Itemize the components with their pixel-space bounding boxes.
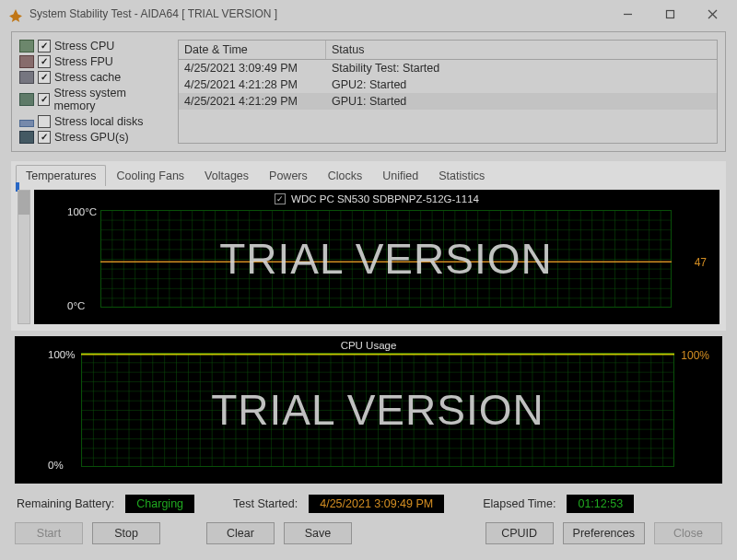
status-row: Remaining Battery: Charging Test Started… (11, 495, 726, 513)
memory-icon (19, 93, 34, 106)
save-button[interactable]: Save (284, 522, 352, 544)
cpu-usage-chart: CPU Usage 100% 0% 100% TRIAL VERSIO (15, 336, 722, 484)
cell-datetime: 4/25/2021 3:09:49 PM (179, 60, 326, 76)
tab-unified[interactable]: Unified (372, 165, 428, 186)
button-row: Start Stop Clear Save CPUID Preferences … (11, 522, 726, 550)
tab-clocks[interactable]: Clocks (318, 165, 373, 186)
y-max-label: 100°C (67, 206, 97, 217)
cell-status: GPU1: Started (326, 93, 717, 110)
col-datetime[interactable]: Date & Time (179, 41, 326, 59)
tab-powers[interactable]: Powers (259, 165, 318, 186)
stress-disks-checkbox[interactable] (38, 115, 51, 128)
table-row[interactable]: 4/25/2021 4:21:28 PM GPU2: Started (179, 76, 717, 93)
table-row (179, 122, 717, 135)
stress-memory-row[interactable]: Stress system memory (19, 87, 169, 112)
config-panel: Stress CPU Stress FPU Stress cache Stres… (11, 31, 726, 152)
cell-datetime: 4/25/2021 4:21:29 PM (179, 93, 326, 110)
minimize-button[interactable] (606, 0, 649, 28)
clear-button[interactable]: Clear (206, 522, 275, 544)
start-button: Start (15, 522, 83, 544)
stress-gpu-checkbox[interactable] (38, 131, 51, 144)
stress-cpu-row[interactable]: Stress CPU (19, 40, 169, 52)
stress-gpu-label: Stress GPU(s) (54, 131, 129, 144)
svg-rect-1 (666, 10, 673, 18)
elapsed-value: 01:12:53 (567, 495, 634, 513)
cell-datetime: 4/25/2021 4:21:28 PM (179, 76, 326, 93)
stress-memory-checkbox[interactable] (38, 93, 51, 106)
elapsed-label: Elapsed Time: (483, 497, 556, 510)
window-title: System Stability Test - AIDA64 [ TRIAL V… (29, 7, 277, 20)
battery-label: Remaining Battery: (17, 497, 114, 510)
cell-status: GPU2: Started (326, 76, 717, 93)
stress-cache-checkbox[interactable] (38, 71, 51, 84)
temperature-chart: WDC PC SN530 SDBPNPZ-512G-1114 100°C 0°C… (34, 190, 719, 324)
y-min-label: 0% (48, 460, 64, 471)
table-row (179, 110, 717, 122)
stress-options: Stress CPU Stress FPU Stress cache Stres… (19, 40, 169, 144)
started-label: Test Started: (233, 497, 298, 510)
app-icon (7, 6, 24, 22)
current-value: 47 (695, 256, 707, 269)
cpu-icon (19, 40, 34, 52)
y-max-label: 100% (48, 349, 75, 360)
table-row[interactable]: 4/25/2021 3:09:49 PM Stability Test: Sta… (179, 60, 717, 76)
stress-disks-row[interactable]: Stress local disks (19, 115, 169, 128)
y-min-label: 0°C (67, 300, 85, 311)
series-checkbox[interactable] (275, 193, 286, 204)
battery-value: Charging (125, 495, 194, 513)
table-row[interactable]: 4/25/2021 4:21:29 PM GPU1: Started (179, 93, 717, 110)
cpu-chart-title: CPU Usage (341, 340, 397, 351)
stress-disks-label: Stress local disks (54, 115, 144, 128)
current-value: 100% (681, 349, 709, 362)
sensor-scrollbar[interactable] (18, 190, 30, 324)
svg-rect-9 (81, 353, 674, 467)
stress-fpu-label: Stress FPU (54, 55, 113, 68)
stress-cache-label: Stress cache (54, 71, 121, 84)
tab-voltages[interactable]: Voltages (194, 165, 259, 186)
preferences-button[interactable]: Preferences (563, 522, 645, 544)
disk-icon (19, 120, 34, 127)
cell-status: Stability Test: Started (326, 60, 717, 76)
stress-cpu-checkbox[interactable] (38, 40, 51, 52)
plot-svg (81, 353, 674, 467)
stress-memory-label: Stress system memory (53, 87, 169, 112)
stress-cache-row[interactable]: Stress cache (19, 71, 169, 84)
titlebar: System Stability Test - AIDA64 [ TRIAL V… (0, 0, 737, 28)
started-value: 4/25/2021 3:09:49 PM (309, 495, 444, 513)
close-button[interactable] (691, 0, 733, 28)
event-log[interactable]: Date & Time Status 4/25/2021 3:09:49 PM … (178, 40, 718, 144)
gpu-icon (19, 131, 34, 144)
stress-fpu-row[interactable]: Stress FPU (19, 55, 169, 68)
tab-strip: Temperatures Cooling Fans Voltages Power… (12, 162, 725, 186)
fpu-icon (19, 55, 34, 68)
cpuid-button[interactable]: CPUID (485, 522, 554, 544)
plot-svg (100, 210, 672, 308)
tab-cooling-fans[interactable]: Cooling Fans (106, 165, 194, 186)
col-status[interactable]: Status (326, 41, 717, 59)
stress-gpu-row[interactable]: Stress GPU(s) (19, 131, 169, 144)
stress-fpu-checkbox[interactable] (38, 55, 51, 68)
stop-button[interactable]: Stop (92, 522, 160, 544)
close-dialog-button: Close (654, 522, 722, 544)
stress-cpu-label: Stress CPU (54, 40, 114, 52)
tab-temperatures[interactable]: Temperatures (16, 165, 106, 186)
tab-statistics[interactable]: Statistics (428, 165, 495, 186)
monitor-panel: Temperatures Cooling Fans Voltages Power… (11, 161, 726, 331)
maximize-button[interactable] (649, 0, 691, 28)
series-label: WDC PC SN530 SDBPNPZ-512G-1114 (291, 193, 479, 204)
event-log-header: Date & Time Status (179, 41, 717, 60)
cache-icon (19, 71, 34, 84)
svg-rect-5 (100, 210, 672, 308)
